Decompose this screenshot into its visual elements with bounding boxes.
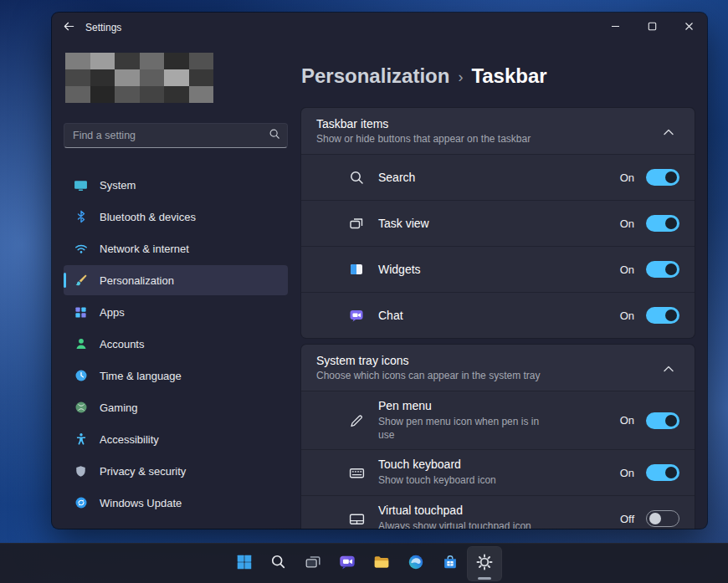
pen-menu-toggle[interactable] — [646, 412, 679, 429]
sidebar-item-time-language[interactable]: Time & language — [64, 361, 288, 391]
task-view-icon — [348, 215, 365, 232]
widgets-icon — [348, 261, 365, 278]
section-title: Taskbar items — [316, 117, 531, 130]
accessibility-person-icon — [74, 432, 88, 447]
taskbar-items-header[interactable]: Taskbar items Show or hide buttons that … — [301, 108, 695, 154]
shield-icon — [74, 464, 88, 478]
sidebar-item-network-internet[interactable]: Network & internet — [64, 233, 288, 263]
section-subtitle: Show or hide buttons that appear on the … — [316, 133, 531, 145]
minimize-icon — [611, 19, 620, 34]
collapse-button[interactable] — [658, 120, 679, 142]
toggle-state-label: On — [620, 414, 634, 427]
sidebar-item-bluetooth-devices[interactable]: Bluetooth & devices — [64, 202, 288, 232]
page-title: Taskbar — [471, 64, 546, 88]
windows-start-icon — [235, 553, 254, 575]
setting-row-pen-menu: Pen menu Show pen menu icon when pen is … — [301, 391, 695, 449]
virtual-touchpad-icon — [348, 510, 365, 527]
edge-icon — [407, 553, 425, 575]
sidebar-item-label: Time & language — [100, 370, 182, 382]
sidebar-item-accessibility[interactable]: Accessibility — [64, 424, 288, 454]
back-button[interactable] — [52, 13, 85, 43]
taskbar-settings-button[interactable] — [468, 547, 501, 580]
close-icon — [684, 19, 694, 34]
breadcrumb-personalization[interactable]: Personalization — [301, 64, 449, 88]
taskbar-chat-button[interactable] — [331, 547, 364, 580]
taskbar-file-explorer-button[interactable] — [365, 547, 398, 580]
setting-description: Always show virtual touchpad icon — [378, 519, 531, 529]
setting-row-task-view: Task view On — [301, 200, 695, 246]
sidebar-item-label: Accounts — [100, 338, 144, 350]
chat-toggle[interactable] — [646, 307, 679, 324]
search-icon — [348, 169, 365, 186]
toggle-state-label: On — [620, 217, 634, 230]
setting-row-widgets: Widgets On — [301, 246, 695, 292]
section-title: System tray icons — [316, 354, 540, 367]
touch-keyboard-icon — [348, 464, 365, 481]
sidebar-item-gaming[interactable]: Gaming — [64, 392, 288, 422]
store-icon — [441, 553, 459, 575]
toggle-state-label: On — [620, 467, 634, 479]
setting-row-touch-keyboard: Touch keyboard Show touch keyboard icon … — [301, 449, 695, 495]
setting-label: Chat — [378, 309, 403, 322]
search-icon — [269, 553, 287, 574]
settings-window: Settings — [52, 13, 707, 529]
sidebar-item-personalization[interactable]: Personalization — [64, 265, 288, 295]
system-tray-icons-header[interactable]: System tray icons Choose which icons can… — [301, 345, 695, 391]
setting-label: Pen menu — [378, 399, 554, 412]
clock-icon — [74, 369, 88, 383]
sidebar-item-label: Network & internet — [100, 243, 189, 255]
sidebar-item-accounts[interactable]: Accounts — [64, 329, 288, 359]
sidebar-item-label: System — [100, 179, 136, 192]
task-view-icon — [304, 553, 322, 575]
toggle-state-label: On — [620, 171, 634, 184]
setting-row-virtual-touchpad: Virtual touchpad Always show virtual tou… — [301, 495, 695, 529]
system-icon — [74, 178, 88, 192]
sidebar-item-windows-update[interactable]: Windows Update — [64, 488, 288, 518]
sidebar-item-label: Windows Update — [100, 497, 182, 509]
titlebar: Settings — [52, 13, 707, 43]
maximize-icon — [648, 19, 657, 34]
sidebar-item-system[interactable]: System — [64, 170, 288, 200]
find-a-setting-search — [64, 123, 288, 148]
taskbar-store-button[interactable] — [433, 547, 467, 580]
update-arrows-icon — [74, 496, 88, 510]
sidebar-item-label: Privacy & security — [100, 465, 186, 478]
search-toggle[interactable] — [646, 169, 679, 186]
chevron-up-icon — [664, 124, 674, 139]
toggle-state-label: On — [620, 309, 634, 322]
setting-row-search: Search On — [301, 154, 695, 200]
taskbar-start-button[interactable] — [228, 547, 261, 580]
minimize-button[interactable] — [597, 13, 633, 41]
sidebar-item-privacy-security[interactable]: Privacy & security — [64, 456, 288, 486]
breadcrumb: Personalization › Taskbar — [301, 64, 695, 88]
main-content: Personalization › Taskbar Taskbar items … — [301, 43, 707, 529]
virtual-touchpad-toggle[interactable] — [646, 510, 679, 527]
touch-keyboard-toggle[interactable] — [646, 464, 679, 481]
settings-list: Taskbar items Show or hide buttons that … — [301, 108, 695, 529]
taskbar-edge-button[interactable] — [399, 547, 433, 580]
chevron-up-icon — [664, 361, 674, 376]
search-input[interactable] — [73, 130, 269, 141]
close-button[interactable] — [670, 13, 707, 41]
toggle-state-label: Off — [620, 513, 634, 525]
sidebar-item-apps[interactable]: Apps — [64, 297, 288, 327]
chat-icon — [348, 307, 365, 324]
chat-icon — [338, 553, 356, 575]
sidebar-nav: System Bluetooth & devices Network & int… — [64, 170, 288, 518]
collapse-button[interactable] — [658, 357, 679, 379]
section-subtitle: Choose which icons can appear in the sys… — [316, 370, 540, 381]
taskbar-items-section: Taskbar items Show or hide buttons that … — [301, 108, 695, 338]
search-icon — [269, 128, 280, 143]
task-view-toggle[interactable] — [646, 215, 679, 232]
maximize-button[interactable] — [633, 13, 670, 41]
personalization-brush-icon — [74, 274, 88, 288]
apps-grid-icon — [74, 305, 88, 320]
widgets-toggle[interactable] — [646, 261, 679, 278]
taskbar-search-button[interactable] — [262, 547, 295, 580]
sidebar-item-label: Apps — [100, 306, 125, 319]
sidebar-item-label: Accessibility — [100, 433, 159, 446]
user-profile-redacted[interactable] — [65, 53, 213, 103]
person-icon — [74, 337, 88, 351]
arrow-left-icon — [63, 20, 75, 36]
taskbar-task-view-button[interactable] — [296, 547, 330, 580]
